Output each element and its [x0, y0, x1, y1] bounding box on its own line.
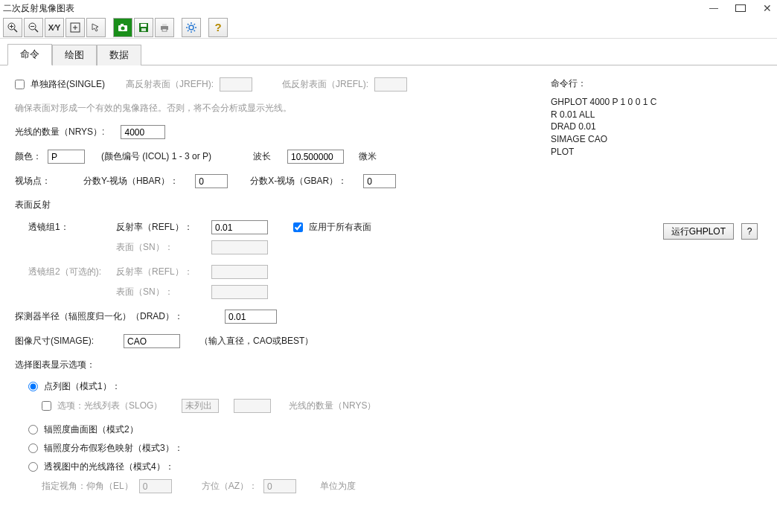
tab-data[interactable]: 数据 [97, 45, 141, 65]
svg-rect-13 [141, 28, 146, 31]
jrefl-label: 低反射表面（JREFL): [282, 78, 368, 91]
color-hint: (颜色编号 (ICOL) 1 - 3 or P) [101, 150, 211, 163]
svg-point-17 [189, 25, 194, 30]
svg-rect-15 [162, 24, 167, 26]
simage-hint: （输入直径，CAO或BEST） [199, 335, 313, 347]
display-options-header: 选择图表显示选项： [15, 359, 514, 371]
window-controls: — ✕ [709, 2, 773, 14]
jrefh-input [220, 77, 252, 92]
svg-line-24 [188, 30, 189, 31]
slog-label: 选项：光线列表（SLOG） [57, 400, 162, 412]
apply-all-checkbox-input[interactable] [293, 222, 303, 232]
view-el-input [139, 479, 172, 493]
maximize-icon[interactable] [735, 4, 746, 12]
panel-help-button[interactable]: ? [741, 223, 758, 240]
jrefh-label: 高反射表面（JREFH): [126, 78, 214, 91]
group2-sn-input [211, 285, 268, 299]
group1-refl-input[interactable] [211, 220, 268, 234]
hbar-input[interactable] [195, 174, 228, 188]
single-checkbox-input[interactable] [15, 80, 25, 89]
pointer-icon[interactable] [86, 18, 106, 37]
slog-checkbox-input[interactable] [42, 401, 51, 411]
run-ghplot-button[interactable]: 运行GHPLOT [663, 223, 734, 240]
mode2-radio-input[interactable] [28, 425, 38, 435]
mode1-radio[interactable]: 点列图（模式1）： [28, 380, 121, 393]
svg-line-5 [35, 29, 38, 32]
mode4-label: 透视图中的光线路径（模式4）： [44, 461, 174, 473]
command-line: PLOT [551, 146, 762, 158]
print-icon[interactable] [155, 18, 174, 37]
slog-nrys-hint: 光线的数量（NRYS） [289, 400, 376, 412]
zoom-out-icon[interactable] [24, 18, 43, 37]
svg-rect-10 [121, 24, 124, 25]
svg-point-9 [121, 26, 125, 30]
drad-input[interactable] [225, 310, 277, 324]
camera-icon[interactable] [113, 18, 132, 37]
svg-line-22 [188, 24, 189, 25]
zoom-in-icon[interactable] [3, 18, 22, 37]
slog-nrys-input [234, 399, 271, 413]
tab-plot[interactable]: 绘图 [52, 45, 97, 65]
wavelength-input[interactable] [287, 150, 344, 164]
single-label: 单独路径(SINGLE) [31, 78, 105, 91]
jrefl-input [374, 77, 407, 92]
gbar-input[interactable] [363, 174, 396, 188]
gbar-label: 分数X-视场（GBAR）： [250, 175, 347, 188]
tab-command[interactable]: 命令 [7, 44, 52, 65]
command-pane: 单独路径(SINGLE) 高反射表面（JREFH): 低反射表面（JREFL):… [0, 65, 777, 516]
drad-label: 探测器半径（辐照度归一化）（DRAD）： [15, 310, 183, 323]
view-az-input [263, 479, 296, 493]
nrys-input[interactable] [121, 125, 165, 139]
command-preview-header: 命令行： [551, 77, 762, 90]
toolbar: X⁄Y ? [0, 16, 777, 39]
apply-all-checkbox[interactable]: 应用于所有表面 [293, 221, 371, 234]
help-icon[interactable]: ? [208, 18, 228, 37]
mode2-radio[interactable]: 辐照度曲面图（模式2） [28, 423, 138, 436]
mode4-radio-input[interactable] [28, 462, 38, 472]
command-line: SIMAGE CAO [551, 133, 762, 146]
xy-axis-icon[interactable]: X⁄Y [45, 18, 64, 37]
color-label: 颜色： [15, 150, 42, 163]
minimize-icon[interactable]: — [709, 3, 719, 13]
wavelength-unit: 微米 [359, 150, 377, 163]
group1-sn-label: 表面（SN）： [116, 241, 205, 254]
tabs: 命令 绘图 数据 [0, 39, 777, 65]
mode1-radio-input[interactable] [28, 382, 38, 391]
apply-all-label: 应用于所有表面 [309, 221, 371, 234]
group2-label: 透镜组2（可选的): [28, 266, 110, 278]
group1-refl-label: 反射率（REFL）： [116, 221, 205, 234]
simage-label: 图像尺寸(SIMAGE): [15, 335, 94, 347]
close-icon[interactable]: ✕ [762, 2, 773, 14]
single-checkbox[interactable]: 单独路径(SINGLE) [15, 78, 105, 91]
view-az-label: 方位（AZ）： [202, 480, 258, 493]
mode4-radio[interactable]: 透视图中的光线路径（模式4）： [28, 461, 174, 473]
command-line: R 0.01 ALL [551, 109, 762, 121]
slog-checkbox[interactable]: 选项：光线列表（SLOG） [42, 400, 162, 412]
nrys-label: 光线的数量（NRYS）: [15, 126, 104, 138]
fit-icon[interactable] [65, 18, 85, 37]
fieldpoint-label: 视场点： [15, 175, 51, 188]
group2-refl-input [211, 265, 268, 279]
group1-sn-input [211, 240, 268, 254]
svg-line-1 [14, 29, 17, 32]
command-line: DRAD 0.01 [551, 121, 762, 133]
save-icon[interactable] [134, 18, 153, 37]
group2-sn-label: 表面（SN）： [116, 286, 205, 298]
group2-refl-label: 反射率（REFL）： [116, 266, 205, 278]
mode3-radio[interactable]: 辐照度分布假彩色映射（模式3）： [28, 442, 183, 455]
command-preview: 命令行： GHPLOT 4000 P 1 0 0 1 C R 0.01 ALL … [551, 77, 762, 158]
mode3-label: 辐照度分布假彩色映射（模式3）： [44, 442, 183, 455]
mode1-label: 点列图（模式1）： [44, 380, 121, 393]
mode2-label: 辐照度曲面图（模式2） [44, 423, 138, 436]
svg-rect-16 [162, 29, 167, 31]
svg-rect-12 [141, 24, 147, 27]
view-unit: 单位为度 [320, 480, 356, 493]
hbar-label: 分数Y-视场（HBAR）： [83, 175, 179, 188]
svg-line-25 [194, 24, 196, 25]
slog-unlisted-input [182, 399, 219, 413]
svg-line-23 [194, 30, 196, 31]
mode3-radio-input[interactable] [28, 443, 38, 453]
gear-icon[interactable] [182, 18, 201, 37]
simage-input[interactable] [124, 334, 180, 348]
color-input[interactable] [48, 150, 85, 164]
